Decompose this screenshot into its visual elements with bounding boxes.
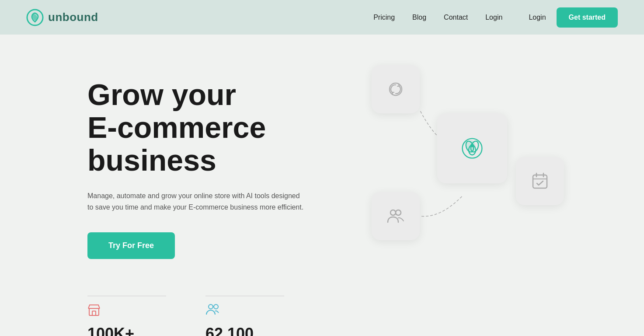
calendar-icon: [530, 172, 550, 191]
svg-rect-2: [89, 308, 99, 315]
hero-section: Grow your E-commerce business Manage, au…: [0, 35, 644, 336]
navbar: unbound Pricing Blog Contact Login Login…: [0, 0, 644, 35]
svg-point-13: [470, 144, 474, 147]
logo-link[interactable]: unbound: [26, 9, 98, 26]
svg-rect-16: [533, 175, 547, 188]
stat-item-hours: 62,100 Hours saved by teams and entprene…: [205, 296, 289, 336]
stat-number-hours: 62,100: [205, 325, 289, 336]
svg-point-14: [390, 210, 396, 215]
stat-divider-line-2: [205, 296, 284, 296]
logo-icon: [26, 9, 44, 26]
card-calendar: [516, 157, 564, 205]
stats-section: 100K+ Business owners already using unbo…: [87, 296, 350, 336]
svg-point-15: [396, 210, 401, 215]
get-started-button[interactable]: Get started: [557, 7, 618, 28]
stat-item-owners: 100K+ Business owners already using unbo…: [87, 296, 171, 336]
svg-point-5: [209, 304, 213, 309]
svg-rect-3: [92, 311, 96, 315]
users-icon: [386, 206, 405, 226]
login-button[interactable]: Login: [529, 14, 546, 21]
nav-right: Login Get started: [529, 7, 618, 28]
svg-point-6: [214, 304, 218, 309]
hero-subtitle: Manage, automate and grow your online st…: [87, 190, 306, 213]
try-for-free-button[interactable]: Try For Free: [87, 232, 175, 259]
stat-divider-line: [87, 296, 166, 296]
hero-left: Grow your E-commerce business Manage, au…: [87, 70, 350, 336]
card-face: [372, 65, 420, 113]
card-users: [372, 192, 420, 240]
nav-contact[interactable]: Contact: [444, 14, 468, 21]
store-icon: [87, 303, 171, 319]
nav-links: Pricing Blog Contact Login: [373, 14, 502, 21]
team-icon: [205, 303, 289, 319]
card-main: [437, 113, 507, 183]
nav-pricing[interactable]: Pricing: [373, 14, 395, 21]
stat-number-owners: 100K+: [87, 325, 171, 336]
main-logo-icon: [460, 136, 484, 161]
nav-login-link[interactable]: Login: [485, 14, 502, 21]
face-icon: [386, 80, 405, 99]
nav-blog[interactable]: Blog: [412, 14, 426, 21]
logo-text: unbound: [48, 10, 98, 24]
hero-title: Grow your E-commerce business: [87, 78, 350, 176]
hero-illustration: [350, 61, 618, 306]
